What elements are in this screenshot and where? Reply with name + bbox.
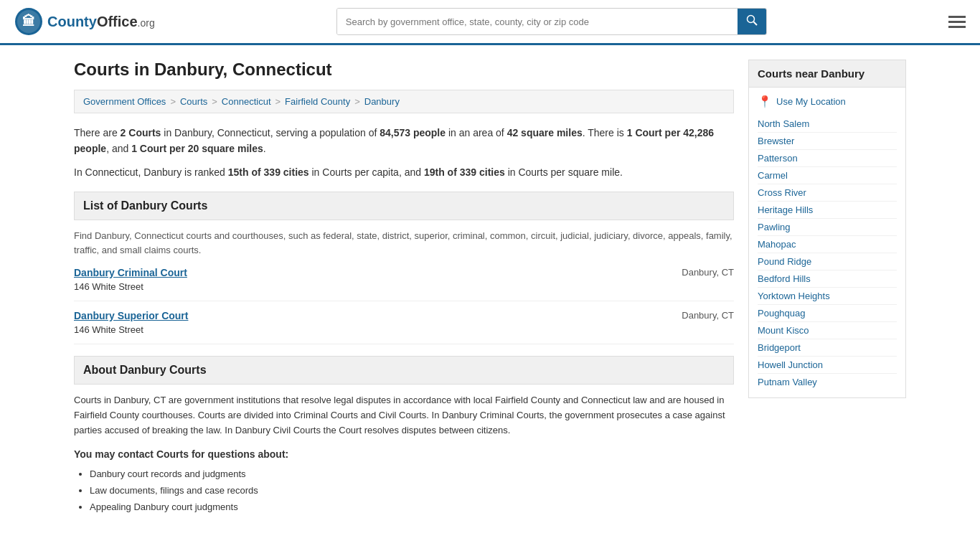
rank1: 15th of 339 cities: [228, 166, 309, 178]
breadcrumb-separator-3: >: [275, 96, 281, 107]
logo-tld: .org: [138, 17, 155, 29]
court-address-criminal: 146 White Street: [74, 281, 734, 292]
about-text: Courts in Danbury, CT are government ins…: [74, 393, 734, 438]
court-name-criminal[interactable]: Danbury Criminal Court: [74, 267, 187, 278]
breadcrumb: Government Offices > Courts > Connecticu…: [74, 90, 734, 113]
nearby-city-link[interactable]: North Salem: [758, 116, 897, 133]
list-section-header: List of Danbury Courts: [74, 192, 734, 220]
breadcrumb-connecticut[interactable]: Connecticut: [222, 96, 271, 107]
use-my-location-label: Use My Location: [776, 96, 846, 107]
nearby-city-link[interactable]: Howell Junction: [758, 357, 897, 374]
breadcrumb-separator-1: >: [170, 96, 176, 107]
rank-text: In Connecticut, Danbury is ranked 15th o…: [74, 164, 734, 180]
search-button[interactable]: [738, 9, 766, 34]
contact-item: Law documents, filings and case records: [90, 482, 734, 499]
rank2: 19th of 339 cities: [424, 166, 505, 178]
court-location-criminal: Danbury, CT: [682, 267, 734, 278]
sidebar-content: 📍 Use My Location North SalemBrewsterPat…: [748, 88, 906, 398]
contact-list: Danbury court records and judgments Law …: [74, 466, 734, 516]
court-item: Danbury Criminal Court Danbury, CT 146 W…: [74, 267, 734, 301]
logo-text: CountyOffice.org: [47, 14, 155, 30]
header: 🏛 CountyOffice.org: [0, 0, 980, 45]
use-my-location-link[interactable]: 📍 Use My Location: [758, 95, 897, 108]
breadcrumb-courts[interactable]: Courts: [180, 96, 207, 107]
court-list-description: Find Danbury, Connecticut courts and cou…: [74, 229, 734, 257]
nearby-city-link[interactable]: Carmel: [758, 167, 897, 184]
breadcrumb-government-offices[interactable]: Government Offices: [83, 96, 166, 107]
search-area: [336, 8, 767, 35]
svg-text:🏛: 🏛: [22, 14, 35, 29]
population: 84,573 people: [380, 127, 446, 138]
logo-brand: County: [47, 14, 97, 29]
search-icon: [746, 14, 758, 26]
content-area: Courts in Danbury, Connecticut Governmen…: [74, 60, 734, 516]
per-sqmile: 1 Court per 20 square miles: [131, 143, 263, 154]
nearby-city-link[interactable]: Mount Kisco: [758, 322, 897, 339]
search-input-wrap: [336, 8, 767, 35]
nearby-city-link[interactable]: Mahopac: [758, 236, 897, 253]
sidebar-title: Courts near Danbury: [748, 60, 906, 88]
court-list: Danbury Criminal Court Danbury, CT 146 W…: [74, 267, 734, 344]
court-item: Danbury Superior Court Danbury, CT 146 W…: [74, 310, 734, 344]
page-title: Courts in Danbury, Connecticut: [74, 60, 734, 80]
court-address-superior: 146 White Street: [74, 324, 734, 335]
contact-item: Appealing Danbury court judgments: [90, 499, 734, 515]
about-section: About Danbury Courts Courts in Danbury, …: [74, 356, 734, 516]
logo-area: 🏛 CountyOffice.org: [14, 7, 155, 36]
svg-line-4: [753, 22, 757, 26]
info-text: There are 2 Courts in Danbury, Connectic…: [74, 125, 734, 157]
sidebar: Courts near Danbury 📍 Use My Location No…: [748, 60, 906, 516]
nearby-links: North SalemBrewsterPattersonCarmelCross …: [758, 116, 897, 390]
nearby-city-link[interactable]: Bridgeport: [758, 339, 897, 357]
nearby-city-link[interactable]: Putnam Valley: [758, 374, 897, 390]
nearby-city-link[interactable]: Heritage Hills: [758, 202, 897, 219]
nearby-city-link[interactable]: Yorktown Heights: [758, 288, 897, 305]
hamburger-menu-button[interactable]: [948, 16, 966, 28]
breadcrumb-fairfield-county[interactable]: Fairfield County: [285, 96, 350, 107]
court-name-superior[interactable]: Danbury Superior Court: [74, 310, 188, 321]
nearby-city-link[interactable]: Cross River: [758, 184, 897, 202]
nearby-city-link[interactable]: Brewster: [758, 133, 897, 150]
nearby-city-link[interactable]: Pound Ridge: [758, 253, 897, 270]
nearby-city-link[interactable]: Bedford Hills: [758, 270, 897, 288]
nearby-city-link[interactable]: Patterson: [758, 150, 897, 167]
svg-point-3: [747, 16, 754, 23]
court-item-header: Danbury Superior Court Danbury, CT: [74, 310, 734, 321]
main-container: Courts in Danbury, Connecticut Governmen…: [60, 45, 920, 516]
nearby-city-link[interactable]: Poughquag: [758, 305, 897, 322]
area: 42 square miles: [507, 127, 583, 138]
nearby-city-link[interactable]: Pawling: [758, 219, 897, 236]
about-section-header: About Danbury Courts: [74, 356, 734, 385]
search-input[interactable]: [337, 9, 738, 34]
court-item-header: Danbury Criminal Court Danbury, CT: [74, 267, 734, 278]
breadcrumb-danbury[interactable]: Danbury: [364, 96, 400, 107]
logo-icon: 🏛: [14, 7, 43, 36]
location-pin-icon: 📍: [758, 95, 772, 108]
court-location-superior: Danbury, CT: [682, 310, 734, 321]
contact-heading: You may contact Courts for questions abo…: [74, 448, 734, 460]
contact-item: Danbury court records and judgments: [90, 466, 734, 482]
court-count: 2 Courts: [121, 127, 161, 138]
breadcrumb-separator-4: >: [354, 96, 360, 107]
breadcrumb-separator-2: >: [212, 96, 217, 107]
logo-office: Office: [97, 14, 138, 29]
